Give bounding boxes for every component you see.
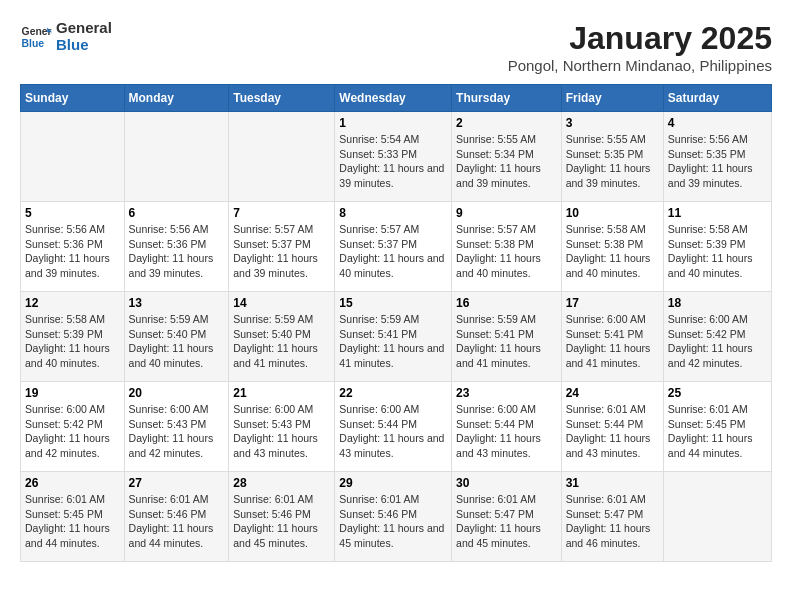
cell-sun-info: Sunrise: 5:59 AM Sunset: 5:40 PM Dayligh… — [233, 312, 330, 371]
day-number: 11 — [668, 206, 767, 220]
day-number: 7 — [233, 206, 330, 220]
week-row-1: 1Sunrise: 5:54 AM Sunset: 5:33 PM Daylig… — [21, 112, 772, 202]
calendar-cell: 1Sunrise: 5:54 AM Sunset: 5:33 PM Daylig… — [335, 112, 452, 202]
cell-sun-info: Sunrise: 6:00 AM Sunset: 5:42 PM Dayligh… — [25, 402, 120, 461]
col-header-tuesday: Tuesday — [229, 85, 335, 112]
day-number: 6 — [129, 206, 225, 220]
calendar-cell: 29Sunrise: 6:01 AM Sunset: 5:46 PM Dayli… — [335, 472, 452, 562]
calendar-cell: 21Sunrise: 6:00 AM Sunset: 5:43 PM Dayli… — [229, 382, 335, 472]
col-header-wednesday: Wednesday — [335, 85, 452, 112]
day-number: 13 — [129, 296, 225, 310]
day-number: 5 — [25, 206, 120, 220]
calendar-cell: 4Sunrise: 5:56 AM Sunset: 5:35 PM Daylig… — [663, 112, 771, 202]
cell-sun-info: Sunrise: 5:55 AM Sunset: 5:35 PM Dayligh… — [566, 132, 659, 191]
calendar-cell: 7Sunrise: 5:57 AM Sunset: 5:37 PM Daylig… — [229, 202, 335, 292]
col-header-monday: Monday — [124, 85, 229, 112]
week-row-4: 19Sunrise: 6:00 AM Sunset: 5:42 PM Dayli… — [21, 382, 772, 472]
cell-sun-info: Sunrise: 5:56 AM Sunset: 5:36 PM Dayligh… — [129, 222, 225, 281]
day-number: 4 — [668, 116, 767, 130]
cell-sun-info: Sunrise: 6:01 AM Sunset: 5:46 PM Dayligh… — [339, 492, 447, 551]
subtitle: Pongol, Northern Mindanao, Philippines — [508, 57, 772, 74]
cell-sun-info: Sunrise: 6:00 AM Sunset: 5:44 PM Dayligh… — [456, 402, 557, 461]
calendar-cell: 14Sunrise: 5:59 AM Sunset: 5:40 PM Dayli… — [229, 292, 335, 382]
calendar-cell: 26Sunrise: 6:01 AM Sunset: 5:45 PM Dayli… — [21, 472, 125, 562]
cell-sun-info: Sunrise: 6:01 AM Sunset: 5:44 PM Dayligh… — [566, 402, 659, 461]
col-header-friday: Friday — [561, 85, 663, 112]
calendar-cell: 5Sunrise: 5:56 AM Sunset: 5:36 PM Daylig… — [21, 202, 125, 292]
cell-sun-info: Sunrise: 6:01 AM Sunset: 5:47 PM Dayligh… — [456, 492, 557, 551]
cell-sun-info: Sunrise: 5:56 AM Sunset: 5:36 PM Dayligh… — [25, 222, 120, 281]
cell-sun-info: Sunrise: 5:56 AM Sunset: 5:35 PM Dayligh… — [668, 132, 767, 191]
cell-sun-info: Sunrise: 5:54 AM Sunset: 5:33 PM Dayligh… — [339, 132, 447, 191]
cell-sun-info: Sunrise: 6:01 AM Sunset: 5:45 PM Dayligh… — [668, 402, 767, 461]
cell-sun-info: Sunrise: 6:00 AM Sunset: 5:43 PM Dayligh… — [233, 402, 330, 461]
day-number: 14 — [233, 296, 330, 310]
logo-line1: General — [56, 20, 112, 37]
calendar-cell: 24Sunrise: 6:01 AM Sunset: 5:44 PM Dayli… — [561, 382, 663, 472]
cell-sun-info: Sunrise: 5:59 AM Sunset: 5:41 PM Dayligh… — [456, 312, 557, 371]
day-number: 23 — [456, 386, 557, 400]
calendar-cell: 23Sunrise: 6:00 AM Sunset: 5:44 PM Dayli… — [452, 382, 562, 472]
calendar-cell: 20Sunrise: 6:00 AM Sunset: 5:43 PM Dayli… — [124, 382, 229, 472]
day-number: 22 — [339, 386, 447, 400]
cell-sun-info: Sunrise: 6:01 AM Sunset: 5:46 PM Dayligh… — [129, 492, 225, 551]
header: General Blue General Blue January 2025 P… — [20, 20, 772, 74]
calendar-cell — [229, 112, 335, 202]
cell-sun-info: Sunrise: 5:59 AM Sunset: 5:40 PM Dayligh… — [129, 312, 225, 371]
logo-icon: General Blue — [20, 21, 52, 53]
calendar-cell: 25Sunrise: 6:01 AM Sunset: 5:45 PM Dayli… — [663, 382, 771, 472]
calendar-cell: 28Sunrise: 6:01 AM Sunset: 5:46 PM Dayli… — [229, 472, 335, 562]
day-number: 9 — [456, 206, 557, 220]
week-row-5: 26Sunrise: 6:01 AM Sunset: 5:45 PM Dayli… — [21, 472, 772, 562]
svg-text:Blue: Blue — [22, 37, 45, 48]
cell-sun-info: Sunrise: 6:00 AM Sunset: 5:44 PM Dayligh… — [339, 402, 447, 461]
calendar-cell: 22Sunrise: 6:00 AM Sunset: 5:44 PM Dayli… — [335, 382, 452, 472]
cell-sun-info: Sunrise: 6:00 AM Sunset: 5:43 PM Dayligh… — [129, 402, 225, 461]
day-number: 10 — [566, 206, 659, 220]
day-number: 20 — [129, 386, 225, 400]
calendar-cell: 11Sunrise: 5:58 AM Sunset: 5:39 PM Dayli… — [663, 202, 771, 292]
calendar-cell: 15Sunrise: 5:59 AM Sunset: 5:41 PM Dayli… — [335, 292, 452, 382]
day-number: 21 — [233, 386, 330, 400]
day-number: 15 — [339, 296, 447, 310]
day-number: 28 — [233, 476, 330, 490]
day-number: 30 — [456, 476, 557, 490]
col-header-thursday: Thursday — [452, 85, 562, 112]
cell-sun-info: Sunrise: 5:57 AM Sunset: 5:37 PM Dayligh… — [339, 222, 447, 281]
cell-sun-info: Sunrise: 6:01 AM Sunset: 5:46 PM Dayligh… — [233, 492, 330, 551]
title-area: January 2025 Pongol, Northern Mindanao, … — [508, 20, 772, 74]
day-number: 31 — [566, 476, 659, 490]
day-number: 8 — [339, 206, 447, 220]
calendar-cell: 16Sunrise: 5:59 AM Sunset: 5:41 PM Dayli… — [452, 292, 562, 382]
calendar-cell: 30Sunrise: 6:01 AM Sunset: 5:47 PM Dayli… — [452, 472, 562, 562]
calendar-cell — [21, 112, 125, 202]
day-number: 26 — [25, 476, 120, 490]
cell-sun-info: Sunrise: 6:01 AM Sunset: 5:47 PM Dayligh… — [566, 492, 659, 551]
day-number: 12 — [25, 296, 120, 310]
cell-sun-info: Sunrise: 5:55 AM Sunset: 5:34 PM Dayligh… — [456, 132, 557, 191]
calendar-cell: 2Sunrise: 5:55 AM Sunset: 5:34 PM Daylig… — [452, 112, 562, 202]
day-number: 29 — [339, 476, 447, 490]
week-row-3: 12Sunrise: 5:58 AM Sunset: 5:39 PM Dayli… — [21, 292, 772, 382]
calendar-cell: 8Sunrise: 5:57 AM Sunset: 5:37 PM Daylig… — [335, 202, 452, 292]
cell-sun-info: Sunrise: 5:57 AM Sunset: 5:37 PM Dayligh… — [233, 222, 330, 281]
cell-sun-info: Sunrise: 5:58 AM Sunset: 5:38 PM Dayligh… — [566, 222, 659, 281]
cell-sun-info: Sunrise: 5:58 AM Sunset: 5:39 PM Dayligh… — [668, 222, 767, 281]
calendar-cell: 27Sunrise: 6:01 AM Sunset: 5:46 PM Dayli… — [124, 472, 229, 562]
day-number: 1 — [339, 116, 447, 130]
cell-sun-info: Sunrise: 6:00 AM Sunset: 5:41 PM Dayligh… — [566, 312, 659, 371]
day-number: 25 — [668, 386, 767, 400]
cell-sun-info: Sunrise: 5:59 AM Sunset: 5:41 PM Dayligh… — [339, 312, 447, 371]
day-number: 17 — [566, 296, 659, 310]
cell-sun-info: Sunrise: 5:57 AM Sunset: 5:38 PM Dayligh… — [456, 222, 557, 281]
day-number: 2 — [456, 116, 557, 130]
calendar-cell — [663, 472, 771, 562]
day-number: 27 — [129, 476, 225, 490]
day-number: 3 — [566, 116, 659, 130]
day-number: 19 — [25, 386, 120, 400]
logo-line2: Blue — [56, 37, 112, 54]
cell-sun-info: Sunrise: 5:58 AM Sunset: 5:39 PM Dayligh… — [25, 312, 120, 371]
day-number: 24 — [566, 386, 659, 400]
calendar-cell: 3Sunrise: 5:55 AM Sunset: 5:35 PM Daylig… — [561, 112, 663, 202]
calendar-cell: 13Sunrise: 5:59 AM Sunset: 5:40 PM Dayli… — [124, 292, 229, 382]
